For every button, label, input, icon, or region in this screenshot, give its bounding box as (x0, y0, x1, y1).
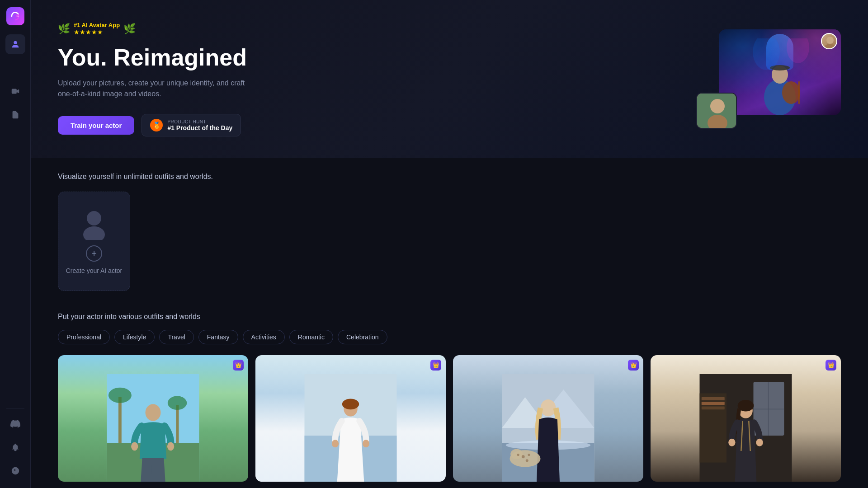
gallery-person-4 (651, 374, 841, 482)
gallery-badge-3: 👑 (628, 360, 639, 371)
gallery-card-4[interactable]: 👑 (651, 355, 841, 482)
svg-point-37 (510, 449, 523, 459)
filter-romantic[interactable]: Romantic (289, 330, 333, 344)
badge-stars: ★★★★★ (74, 28, 120, 36)
filter-professional[interactable]: Professional (58, 330, 110, 344)
gallery-badge-4: 👑 (826, 360, 836, 371)
content-area: Visualize yourself in unlimited outfits … (31, 158, 868, 488)
svg-point-6 (753, 38, 780, 70)
person-svg-3 (453, 374, 643, 482)
sidebar-item-video[interactable] (5, 81, 25, 101)
svg-rect-17 (118, 397, 122, 443)
hero-avatar-overlay (821, 33, 837, 49)
outfit-filters: Professional Lifestyle Travel Fantasy Ac… (58, 330, 841, 344)
svg-point-28 (332, 440, 339, 448)
svg-point-0 (14, 41, 17, 44)
sidebar-item-discord[interactable] (5, 414, 25, 434)
gallery-card-2[interactable]: 👑 (255, 355, 446, 482)
actors-grid: + Create your AI actor (58, 192, 841, 291)
badge-rank: #1 AI Avatar App (74, 22, 120, 28)
svg-point-52 (728, 439, 735, 446)
svg-rect-48 (702, 402, 725, 405)
gallery-card-1[interactable]: 👑 (58, 355, 248, 482)
gallery-card-3[interactable]: 👑 (453, 355, 643, 482)
svg-rect-19 (176, 405, 179, 443)
svg-point-39 (528, 454, 530, 456)
sidebar-item-profile[interactable] (5, 34, 25, 54)
svg-point-8 (826, 37, 834, 44)
filter-fantasy[interactable]: Fantasy (198, 330, 238, 344)
svg-point-21 (146, 404, 161, 421)
person-svg-4 (651, 374, 841, 482)
sidebar-item-notifications[interactable] (5, 437, 25, 457)
ph-label: PRODUCT HUNT (167, 119, 232, 124)
sidebar (0, 0, 31, 488)
hero-main-image (719, 29, 841, 115)
svg-point-27 (342, 399, 359, 410)
gallery-person-1 (58, 374, 248, 482)
svg-point-41 (517, 454, 519, 456)
app-logo[interactable] (6, 7, 24, 25)
ph-product-text: #1 Product of the Day (167, 124, 232, 131)
hero-title-you: You. (58, 44, 107, 70)
sidebar-divider (6, 408, 24, 408)
svg-point-7 (787, 38, 809, 63)
svg-point-53 (756, 439, 763, 446)
hero-thumbnail-image (696, 93, 737, 129)
svg-point-13 (87, 211, 101, 225)
svg-rect-45 (754, 409, 784, 410)
filter-activities[interactable]: Activities (243, 330, 285, 344)
person-svg-1 (58, 374, 248, 482)
hero-title: You. Reimagined (58, 45, 247, 70)
svg-point-35 (541, 399, 556, 416)
laurel-right: 🌿 (123, 23, 136, 35)
svg-point-4 (782, 81, 800, 104)
hero-left: 🌿 #1 AI Avatar App ★★★★★ 🌿 You. Reimagin… (58, 22, 247, 136)
svg-rect-5 (798, 81, 800, 104)
laurel-left: 🌿 (58, 23, 70, 35)
hero-title-reimagined: Reimagined (107, 44, 247, 70)
sidebar-item-swap[interactable] (5, 58, 25, 78)
svg-point-29 (363, 440, 369, 448)
svg-point-20 (168, 396, 187, 410)
outfits-title: Put your actor into various outfits and … (58, 313, 841, 321)
sidebar-item-billing[interactable] (5, 461, 25, 481)
main-content: 🌿 #1 AI Avatar App ★★★★★ 🌿 You. Reimagin… (31, 0, 868, 488)
gallery-person-2 (255, 374, 446, 482)
svg-rect-49 (702, 407, 725, 410)
hero-subtitle: Upload your pictures, create your unique… (58, 78, 247, 99)
hero-section: 🌿 #1 AI Avatar App ★★★★★ 🌿 You. Reimagin… (31, 0, 868, 158)
actor-silhouette (78, 208, 110, 240)
svg-point-11 (710, 99, 725, 113)
svg-point-38 (522, 455, 525, 459)
svg-point-23 (167, 442, 174, 451)
gallery-person-3 (453, 374, 643, 482)
create-actor-plus-icon: + (86, 245, 102, 262)
svg-rect-47 (702, 397, 725, 400)
visualize-title: Visualize yourself in unlimited outfits … (58, 173, 841, 181)
svg-point-40 (526, 459, 528, 462)
person-svg-2 (255, 374, 446, 482)
hero-buttons: Train your actor 🏅 PRODUCT HUNT #1 Produ… (58, 114, 247, 136)
outfit-gallery: 👑 (58, 355, 841, 482)
filter-lifestyle[interactable]: Lifestyle (114, 330, 155, 344)
sidebar-item-document[interactable] (5, 105, 25, 125)
hero-badge: 🌿 #1 AI Avatar App ★★★★★ 🌿 (58, 22, 247, 36)
train-actor-button[interactable]: Train your actor (58, 116, 134, 135)
gallery-badge-2: 👑 (430, 360, 441, 371)
ph-medal-icon: 🏅 (150, 119, 163, 131)
svg-point-14 (83, 226, 105, 240)
guitarist-figure (739, 38, 821, 115)
gallery-badge-1: 👑 (233, 360, 244, 371)
filter-travel[interactable]: Travel (159, 330, 193, 344)
svg-point-22 (131, 442, 138, 451)
create-actor-label: Create your AI actor (66, 267, 123, 274)
product-hunt-button[interactable]: 🏅 PRODUCT HUNT #1 Product of the Day (142, 114, 241, 136)
ph-text: PRODUCT HUNT #1 Product of the Day (167, 119, 232, 131)
filter-celebration[interactable]: Celebration (338, 330, 387, 344)
create-actor-card[interactable]: + Create your AI actor (58, 192, 130, 291)
hero-images (705, 29, 841, 129)
svg-point-18 (108, 388, 132, 403)
